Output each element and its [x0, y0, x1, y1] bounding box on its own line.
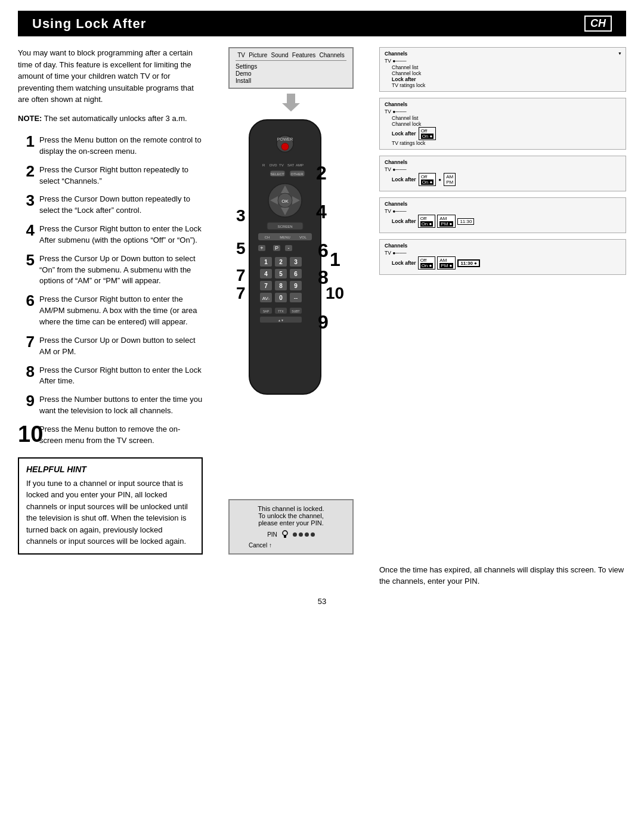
svg-text:SELECT: SELECT: [270, 172, 284, 176]
pin-dot-4: [311, 532, 315, 537]
svg-text:0: 0: [279, 295, 283, 301]
step-10-num: 10: [18, 423, 35, 445]
svg-text:2: 2: [279, 259, 283, 265]
step-2: 2 Press the Cursor Right button repeated…: [18, 163, 203, 187]
page-header: Using Lock After CH: [18, 11, 626, 36]
svg-rect-79: [284, 535, 286, 538]
menu-diagram-1: Channels TV ●─── Channel list Channel lo…: [379, 47, 626, 92]
step-7: 7 Press the Cursor Up or Down button to …: [18, 334, 203, 358]
svg-text:SAP: SAP: [263, 309, 270, 313]
svg-text:-: -: [288, 245, 290, 251]
md5-channels: Channels: [385, 243, 621, 249]
svg-text:CH: CH: [265, 236, 270, 239]
step-10: 10 Press the Menu button to remove the o…: [18, 423, 203, 447]
menu-diagram-5: Channels TV ●─── Lock after Off On ● AM …: [379, 239, 626, 275]
left-column: You may want to block programming after …: [18, 47, 203, 555]
step-6: 6 Press the Cursor Right button to enter…: [18, 293, 203, 328]
svg-text:10: 10: [326, 284, 344, 302]
lock-screen-box: This channel is locked. To unlock the ch…: [228, 499, 354, 555]
remote-control-svg: POWER R DVD TV SAT AMP SELECT OTHER: [225, 114, 345, 400]
svg-text:8: 8: [279, 283, 283, 289]
svg-text:AMP: AMP: [296, 163, 304, 167]
svg-text:DVD: DVD: [270, 163, 277, 167]
svg-text:AV-: AV-: [262, 296, 270, 301]
svg-text:--: --: [294, 295, 298, 301]
once-time-paragraph: Once the time has expired, all channels …: [379, 564, 626, 587]
chapter-label: CH: [584, 16, 612, 32]
right-column: Channels TV ●─── Channel list Channel lo…: [379, 47, 626, 555]
tv-menu-screenshot: TV Picture Sound Features Channels Setti…: [228, 47, 354, 89]
md2-channels: Channels: [385, 101, 621, 107]
step-2-num: 2: [18, 163, 35, 179]
svg-text:OTHER: OTHER: [291, 172, 304, 176]
step-10-text: Press the Menu button to remove the on-s…: [39, 423, 203, 447]
svg-text:POWER: POWER: [277, 137, 293, 141]
svg-text:TV: TV: [279, 163, 284, 167]
arrow-down-connector: [282, 94, 300, 112]
svg-text:TTX: TTX: [278, 309, 284, 313]
pin-dot-3: [305, 532, 309, 537]
md3-lock-row: Lock after Off On ● ● AM PM: [385, 173, 621, 186]
pin-icon: [281, 530, 289, 540]
note-text: The set automatically unlocks after 3 a.…: [44, 114, 187, 123]
below-right: Once the time has expired, all channels …: [379, 564, 626, 587]
lock-screen-line3: please enter your PIN.: [237, 519, 345, 527]
step-4: 4 Press the Cursor Right button to enter…: [18, 222, 203, 246]
md3-channels: Channels: [385, 159, 621, 165]
intro-paragraph: You may want to block programming after …: [18, 47, 203, 106]
step-8: 8 Press the Cursor Right button to enter…: [18, 364, 203, 388]
svg-text:5: 5: [279, 271, 283, 277]
svg-text:4: 4: [264, 271, 268, 277]
sidebar-settings: Settings: [236, 63, 257, 70]
svg-text:7: 7: [264, 283, 268, 289]
helpful-hint-text: If you tune to a channel or input source…: [26, 478, 194, 547]
helpful-hint-box: Helpful Hint If you tune to a channel or…: [18, 457, 203, 555]
step-1-num: 1: [18, 134, 35, 149]
svg-text:6: 6: [318, 240, 329, 261]
md4-lock-row: Lock after Off On ● AM PM ● 11:30: [385, 215, 621, 228]
step-8-text: Press the Cursor Right button to enter t…: [39, 364, 203, 388]
cancel-row: Cancel ↑: [237, 542, 345, 549]
svg-text:MENU: MENU: [280, 236, 290, 239]
step-2-text: Press the Cursor Right button repeatedly…: [39, 163, 203, 187]
step-5: 5 Press the Cursor Up or Down button to …: [18, 252, 203, 287]
main-content: You may want to block programming after …: [18, 47, 626, 555]
below-center: [213, 564, 369, 587]
down-arrow-icon: [282, 94, 300, 112]
step-5-text: Press the Cursor Up or Down button to se…: [39, 252, 203, 287]
step-6-text: Press the Cursor Right button to enter t…: [39, 293, 203, 328]
pin-row: PIN: [237, 530, 345, 540]
svg-point-4: [281, 143, 289, 150]
step-5-num: 5: [18, 252, 35, 268]
pin-dot-2: [299, 532, 303, 537]
md4-tv: TV ●───: [385, 208, 621, 214]
md2-tv: TV ●───: [385, 109, 621, 114]
note-label: NOTE:: [18, 114, 42, 123]
pin-dot-1: [293, 532, 297, 537]
svg-text:3: 3: [294, 259, 298, 265]
svg-text:5: 5: [236, 239, 246, 258]
step-3-text: Press the Cursor Down button repeatedly …: [39, 193, 203, 216]
md2-items: Channel list Channel lock Lock after Off…: [385, 115, 621, 146]
menu-features: Features: [292, 52, 315, 58]
svg-marker-0: [282, 94, 300, 112]
md1-channels: Channels: [385, 51, 621, 57]
cancel-label: Cancel: [249, 542, 267, 549]
page-number: 53: [0, 597, 644, 606]
sidebar-demo: Demo: [236, 70, 257, 77]
menu-channels: Channels: [320, 52, 345, 58]
md5-tv: TV ●───: [385, 250, 621, 256]
step-3: 3 Press the Cursor Down button repeatedl…: [18, 193, 203, 216]
svg-text:2: 2: [316, 162, 327, 184]
tv-menu-sidebar-items: Settings Demo Install: [236, 63, 257, 84]
svg-text:▲▼: ▲▼: [278, 318, 284, 322]
svg-text:9: 9: [294, 283, 298, 289]
sidebar-install: Install: [236, 78, 257, 84]
svg-text:1: 1: [264, 259, 268, 265]
svg-text:SCREEN: SCREEN: [277, 225, 292, 228]
svg-text:SAT: SAT: [287, 163, 295, 167]
tv-menu-sidebar: Settings Demo Install: [236, 63, 346, 84]
pin-dots: [293, 532, 315, 537]
center-column: TV Picture Sound Features Channels Setti…: [213, 47, 369, 555]
svg-text:R: R: [262, 163, 265, 167]
